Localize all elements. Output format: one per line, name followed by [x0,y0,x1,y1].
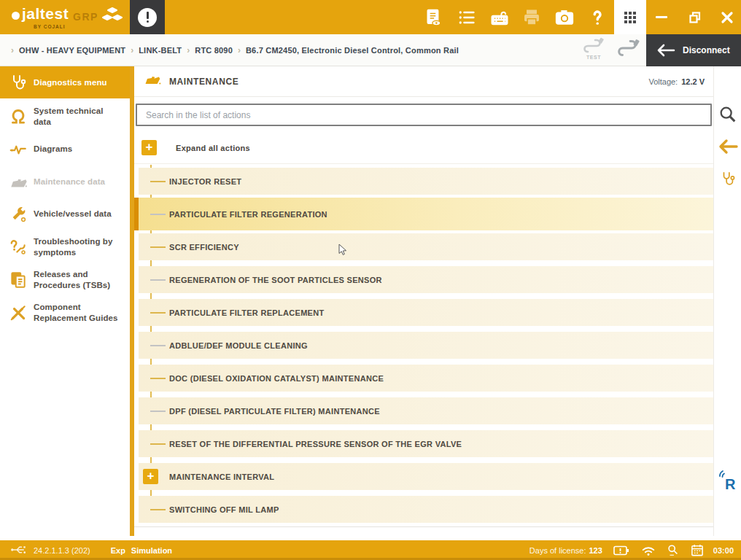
tree-dash [150,443,166,445]
sidebar-item-label: Releases and Procedures (TSBs) [34,269,123,290]
action-row-doc-maintenance[interactable]: DOC (DIESEL OXIDATION CATALYST) MAINTENA… [134,362,713,394]
search-icon[interactable] [718,104,738,128]
action-row-maintenance-interval[interactable]: MAINTENANCE INTERVAL [134,460,713,493]
action-row-scr-efficiency[interactable]: SCR EFFICIENCY [134,230,713,263]
keyboard-button[interactable] [484,0,516,34]
status-bar-right: Days of license: 123 [529,540,741,560]
close-button[interactable] [713,0,741,34]
sidebar-item-maintenance-data[interactable]: Maintenance data [0,166,130,198]
action-row-particulate-filter-regeneration[interactable]: PARTICULATE FILTER REGENERATION [134,198,713,230]
connection-type-icon[interactable] [616,39,641,61]
sidebar-item-component-replacement-guides[interactable]: Component Replacement Guides [0,296,130,329]
right-rail: R [713,66,741,536]
sidebar: Diagnostics menu System technical data D… [0,66,130,536]
sidebar-item-system-technical-data[interactable]: System technical data [0,100,130,133]
sidebar-item-diagrams[interactable]: Diagrams [0,133,130,166]
sidebar-item-diagnostics-menu[interactable]: Diagnostics menu [0,66,130,98]
tree-dash [150,509,166,510]
tree-dash [150,181,166,182]
breadcrumb-item-model[interactable]: RTC 8090 [195,46,233,55]
omega-icon [9,107,28,126]
version-text: 24.2.1.1.3 (202) [34,546,90,555]
tools-icon [9,303,28,322]
print-button[interactable] [516,0,548,34]
tree-dash [150,345,166,346]
simulation-mode-label: Simulation [131,546,172,555]
clock-text: 03:00 [713,546,734,555]
system-test-label: TEST [582,55,605,60]
diagnostics-icon [9,73,28,92]
sidebar-item-label: Troubleshooting by symptoms [34,236,123,257]
usb-icon [10,545,26,556]
section-header: MAINTENANCE Voltage: 12.2 V [134,66,713,97]
license-type-label: Exp [111,546,125,555]
breadcrumb-separator: › [131,45,133,55]
sidebar-item-troubleshooting-by-symptoms[interactable]: Troubleshooting by symptoms [0,230,130,263]
app-window: jaltest BY COJALI GRP [0,0,741,560]
action-row-injector-reset[interactable]: INJECTOR RESET [134,165,713,198]
action-label: DOC (DIESEL OXIDATION CATALYST) MAINTENA… [169,362,384,394]
tree-dash [150,279,166,281]
help-button[interactable] [581,0,613,34]
disconnect-button[interactable]: Disconnect [646,34,741,66]
action-label: MAINTENANCE INTERVAL [169,460,274,493]
minimize-button[interactable] [648,0,675,34]
apps-menu-button[interactable] [614,0,646,34]
action-row-adblue-module-cleaning[interactable]: ADBLUE/DEF MODULE CLEANING [134,329,713,362]
sidebar-item-label: Vehicle/vessel data [34,209,123,219]
action-label: REGENERATION OF THE SOOT PARTICLES SENSO… [169,263,382,296]
remote-support-icon[interactable]: R [718,469,740,494]
action-label: SWITCHING OFF MIL LAMP [169,493,279,526]
grp-label: GRP [73,11,98,23]
sidebar-item-label: Diagrams [34,144,123,154]
alerts-button[interactable] [130,0,165,34]
actions-search-input[interactable] [136,104,712,126]
sidebar-item-releases-procedures[interactable]: Releases and Procedures (TSBs) [0,263,130,296]
minimize-icon [656,16,667,18]
report-button[interactable] [417,0,449,34]
action-row-soot-particles-sensor[interactable]: REGENERATION OF THE SOOT PARTICLES SENSO… [134,263,713,296]
disconnect-label: Disconnect [683,45,730,55]
brand-text: jaltest [22,5,69,23]
breadcrumb-separator: › [187,45,190,55]
alert-icon [138,8,157,27]
oil-can-icon [9,173,28,192]
breadcrumb-item-category[interactable]: OHW - HEAVY EQUIPMENT [19,46,125,55]
expand-node-icon[interactable] [143,469,158,484]
action-row-dpf-maintenance[interactable]: DPF (DIESEL PARTICULATE FILTER) MAINTENA… [134,394,713,427]
voltage-readout: Voltage: 12.2 V [648,66,705,97]
sidebar-item-label: Component Replacement Guides [34,302,123,323]
sidebar-item-label: System technical data [34,106,123,127]
restore-button[interactable] [681,0,709,34]
voltage-value: 12.2 V [681,77,705,86]
brand-subtext: BY COJALI [34,24,66,29]
license-card-icon[interactable] [613,544,630,557]
tree-dash [150,312,166,314]
action-row-switching-off-mil-lamp[interactable]: SWITCHING OFF MIL LAMP [134,493,713,526]
expand-all-actions[interactable]: Expand all actions [134,132,713,164]
tree-dash [150,378,166,379]
restore-icon [688,11,702,24]
task-list-button[interactable] [451,0,483,34]
action-row-particulate-filter-replacement[interactable]: PARTICULATE FILTER REPLACEMENT [134,296,713,329]
wifi-icon[interactable] [640,544,656,557]
jaltest-logo: jaltest [12,5,69,23]
breadcrumb-item-make[interactable]: LINK-BELT [139,46,182,55]
diagnostics-shortcut-icon[interactable] [720,170,736,190]
calendar-icon[interactable] [690,543,705,557]
tree-dash [150,214,166,215]
back-arrow-icon[interactable] [718,139,738,158]
documents-icon [9,271,28,289]
breadcrumb-separator: › [238,45,241,55]
cubes-icon[interactable] [101,6,124,31]
action-row-egr-pressure-sensor-reset[interactable]: RESET OF THE DIFFERENTIAL PRESSURE SENSO… [134,427,713,460]
sidebar-item-vehicle-vessel-data[interactable]: Vehicle/vessel data [0,198,130,230]
system-test-icon[interactable]: TEST [582,37,605,60]
remote-glyph: R [725,476,735,493]
search-update-icon[interactable] [667,544,680,557]
top-bar: jaltest BY COJALI GRP [0,0,741,34]
back-arrow-icon [656,43,675,58]
screenshot-button[interactable] [548,0,581,34]
breadcrumb-item-system[interactable]: B6.7 CM2450, Electronic Diesel Control, … [246,46,459,55]
license-days-label: Days of license: [529,546,586,555]
